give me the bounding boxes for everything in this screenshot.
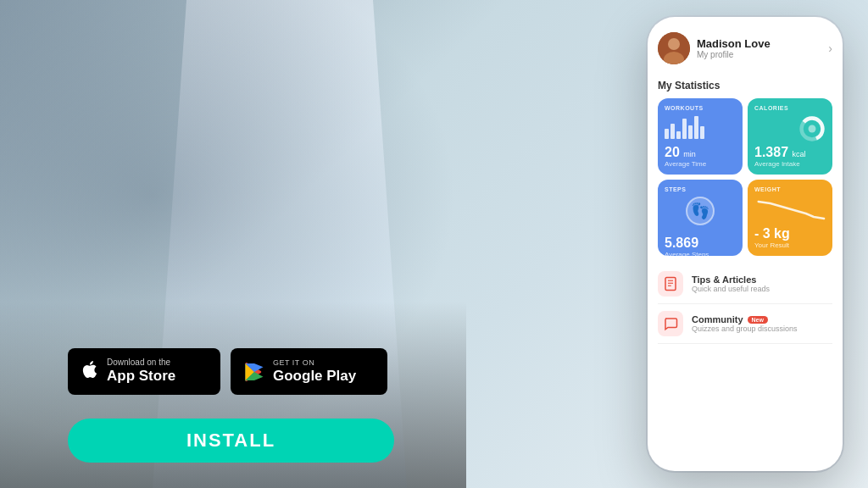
calories-donut-chart [798,115,826,142]
store-buttons-container: Download on the App Store GET IT ON Goog… [68,348,387,395]
calories-value-group: 1.387 kcal Average Intake [754,145,826,168]
bar-7 [700,126,704,139]
community-menu-item[interactable]: Community New Quizzes and group discussi… [658,304,832,344]
tips-title: Tips & Articles [692,274,832,285]
calories-unit: kcal [792,150,805,158]
bar-6 [694,116,698,139]
profile-subtitle: My profile [697,50,771,59]
workouts-label: WORKOUTS [665,105,736,111]
workouts-value-group: 20 min Average Time [665,145,736,168]
phone-mockup: Madison Love My profile › My Statistics … [648,17,843,471]
steps-card: STEPS 👣 5.869 Average Steps [658,180,743,256]
profile-left: Madison Love My profile [658,32,771,64]
svg-text:👣: 👣 [691,202,710,220]
workouts-desc: Average Time [665,160,736,168]
tips-menu-item[interactable]: Tips & Articles Quick and useful reads [658,264,832,304]
google-play-icon [242,360,266,384]
community-text-group: Community New Quizzes and group discussi… [692,314,832,333]
stats-section-title: My Statistics [658,80,832,92]
community-icon-circle [658,311,683,336]
app-store-small-label: Download on the [107,358,175,368]
weight-line-chart [754,195,826,222]
weight-value: - 3 kg [754,226,790,241]
workouts-card: WORKOUTS 20 min Average Time [658,98,743,175]
install-label: INSTALL [186,430,275,452]
google-play-small-label: GET IT ON [273,358,356,368]
weight-label: WEIGHT [754,186,826,192]
workouts-value: 20 [665,145,683,159]
community-title: Community New [692,314,832,324]
bar-4 [682,119,687,139]
tips-icon [663,276,678,291]
app-store-button[interactable]: Download on the App Store [68,348,220,395]
bar-3 [676,131,681,139]
steps-icon: 👣 [665,196,736,232]
tips-subtitle: Quick and useful reads [692,285,832,293]
community-icon [663,316,678,331]
app-store-big-label: App Store [107,368,175,385]
bar-2 [670,124,675,139]
workouts-bar-chart [665,114,736,139]
google-play-text: GET IT ON Google Play [273,358,356,385]
workouts-unit: min [683,150,696,158]
community-subtitle: Quizzes and group discussions [692,324,832,333]
app-store-text: Download on the App Store [107,358,175,385]
apple-icon [80,358,100,385]
tips-text-group: Tips & Articles Quick and useful reads [692,274,832,293]
bar-5 [688,125,693,140]
steps-label: STEPS [665,186,736,192]
steps-desc: Average Steps [665,251,736,256]
stats-grid: WORKOUTS 20 min Average Time CALORIES [658,98,832,256]
chevron-right-icon: › [828,42,832,55]
avatar [658,32,690,64]
community-new-badge: New [748,316,768,324]
tips-icon-circle [658,271,683,297]
profile-name: Madison Love [697,37,771,50]
calories-value: 1.387 [754,145,792,159]
calories-card: CALORIES 1.387 kcal Average Intake [748,98,832,175]
svg-rect-8 [665,278,676,291]
svg-point-5 [809,125,816,133]
svg-point-1 [668,38,680,50]
steps-value: 5.869 [665,236,698,250]
install-button[interactable]: INSTALL [68,419,394,463]
google-play-button[interactable]: GET IT ON Google Play [231,348,387,395]
calories-label: CALORIES [754,105,826,111]
bar-1 [665,129,669,139]
profile-section[interactable]: Madison Love My profile › [658,27,832,69]
weight-desc: Your Result [754,241,826,249]
profile-info: Madison Love My profile [697,37,771,59]
google-play-big-label: Google Play [273,368,356,385]
weight-value-group: - 3 kg Your Result [754,226,826,249]
calories-desc: Average Intake [754,160,826,168]
weight-card: WEIGHT - 3 kg Your Result [748,180,832,256]
phone-inner: Madison Love My profile › My Statistics … [648,17,843,471]
steps-value-group: 5.869 Average Steps [665,236,736,256]
